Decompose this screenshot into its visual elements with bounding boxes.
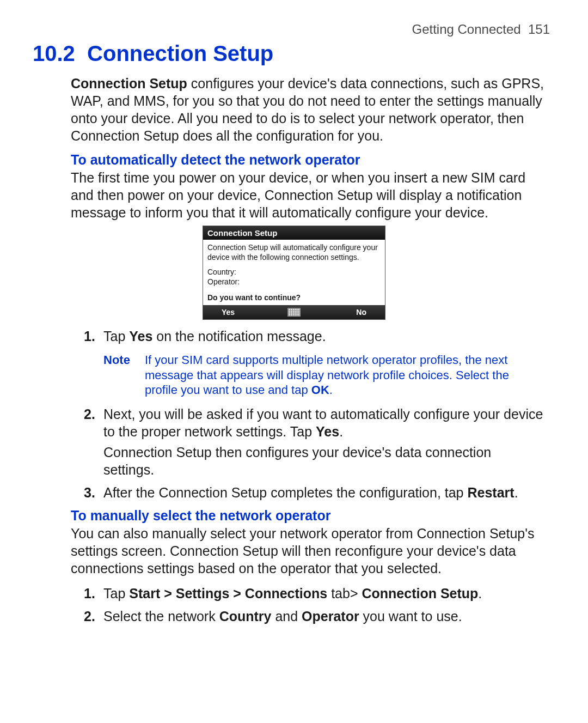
step-bold: Country [219, 609, 272, 624]
step-bold: Restart [467, 485, 514, 500]
note-label: Note [103, 353, 135, 398]
list-item: 2. Select the network Country and Operat… [103, 607, 544, 625]
step-bold: Start > Settings > Connections [129, 586, 327, 601]
list-item: 2. Next, you will be asked if you want t… [103, 405, 544, 478]
step-number: 1. [84, 327, 95, 345]
intro-paragraph: Connection Setup configures your device'… [33, 75, 555, 144]
list-item: 1. Tap Yes on the notification message. [103, 327, 544, 345]
running-header: Getting Connected 151 [33, 22, 550, 37]
step-text: and [271, 609, 302, 624]
chapter-name: Getting Connected [412, 22, 520, 37]
dialog-softkeys: Yes No [203, 305, 385, 319]
manual-paragraph: You can also manually select your networ… [33, 525, 555, 577]
keyboard-icon[interactable] [287, 308, 301, 317]
dialog-body: Connection Setup will automatically conf… [203, 240, 385, 289]
connection-setup-dialog: Connection Setup Connection Setup will a… [203, 226, 385, 320]
subheading-auto-detect: To automatically detect the network oper… [33, 152, 555, 168]
intro-lead-bold: Connection Setup [71, 76, 187, 91]
manual-steps: 1. Tap Start > Settings > Connections ta… [33, 585, 555, 625]
dialog-message: Connection Setup will automatically conf… [207, 243, 381, 262]
step-bold: Connection Setup [362, 586, 478, 601]
step-bold: Yes [316, 424, 339, 439]
step-text: . [514, 485, 518, 500]
step-text: . [478, 586, 482, 601]
step-text: Tap [103, 329, 129, 344]
dialog-prompt: Do you want to continue? [203, 289, 385, 305]
step-number: 3. [84, 484, 95, 501]
section-heading: 10.2 Connection Setup [33, 41, 555, 66]
page: Getting Connected 151 10.2 Connection Se… [0, 0, 588, 652]
step-text: Tap [103, 586, 129, 601]
softkey-no[interactable]: No [356, 308, 366, 317]
section-title: Connection Setup [87, 41, 273, 65]
note-bold: OK [311, 383, 329, 397]
auto-steps: 1. Tap Yes on the notification message. [33, 327, 555, 345]
auto-paragraph: The first time you power on your device,… [33, 169, 555, 221]
step-text: After the Connection Setup completes the… [103, 485, 467, 500]
step-text: Select the network [103, 609, 219, 624]
step-extra: Connection Setup then configures your de… [103, 443, 544, 478]
list-item: 3. After the Connection Setup completes … [103, 484, 544, 501]
note-body: If your SIM card supports multiple netwo… [145, 353, 544, 398]
note-text: . [329, 383, 333, 397]
step-text: tab> [327, 586, 362, 601]
softkey-yes[interactable]: Yes [222, 308, 235, 317]
step-text: . [339, 424, 343, 439]
note: Note If your SIM card supports multiple … [33, 350, 555, 405]
step-bold: Yes [129, 329, 152, 344]
page-number: 151 [528, 22, 550, 37]
dialog-country-label: Country: [207, 268, 381, 277]
step-text: you want to use. [359, 609, 462, 624]
step-number: 2. [84, 405, 95, 423]
dialog-operator-label: Operator: [207, 277, 381, 287]
step-number: 1. [84, 585, 95, 602]
step-bold: Operator [302, 609, 359, 624]
auto-steps-cont: 2. Next, you will be asked if you want t… [33, 405, 555, 501]
dialog-title: Connection Setup [203, 226, 385, 240]
step-number: 2. [84, 607, 95, 625]
list-item: 1. Tap Start > Settings > Connections ta… [103, 585, 544, 602]
subheading-manual-select: To manually select the network operator [33, 508, 555, 524]
step-text: on the notification message. [152, 329, 326, 344]
section-number: 10.2 [33, 41, 75, 65]
